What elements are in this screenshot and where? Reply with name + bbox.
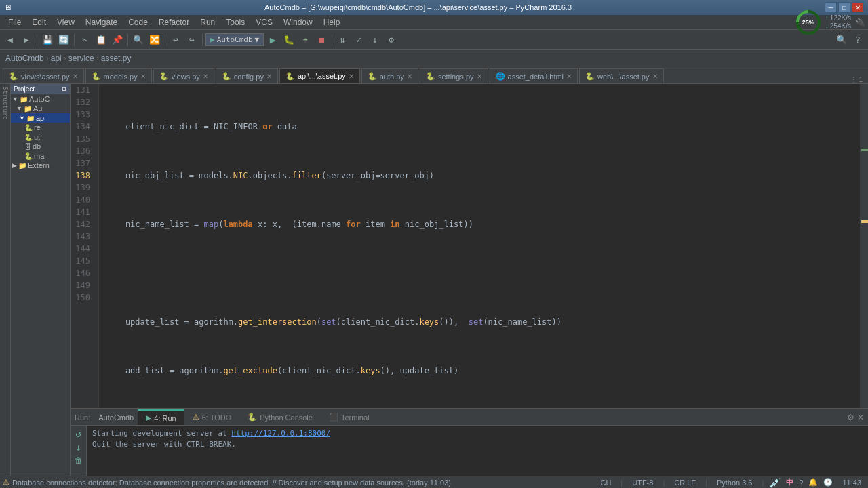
- python-file-icon: 🐍: [24, 124, 33, 131]
- toolbar-sep-3: [127, 34, 128, 46]
- menu-window[interactable]: Window: [278, 16, 318, 28]
- tab-close-auth[interactable]: ✕: [407, 73, 412, 80]
- tab-settings[interactable]: 🐍 settings.py ✕: [420, 68, 488, 83]
- console-line-2: Quit the server with CTRL-BREAK.: [92, 439, 863, 450]
- tree-item-extern[interactable]: ▶ 📁 Extern: [11, 161, 70, 170]
- tree-arrow: ▶: [12, 162, 17, 169]
- tree-label: re: [34, 123, 41, 131]
- dev-server-link[interactable]: http://127.0.0.1:8000/: [231, 429, 330, 438]
- tree-item-autocmdb[interactable]: ▼ 📁 AutoC: [11, 94, 70, 104]
- menu-view[interactable]: View: [52, 16, 80, 28]
- tab-api-asset[interactable]: 🐍 api\...\asset.py ✕: [279, 68, 360, 83]
- tree-item-au[interactable]: ▼ 📁 Au: [11, 104, 70, 113]
- tree-item-ma[interactable]: 🐍 ma: [11, 151, 70, 161]
- commit-button[interactable]: ✓: [351, 33, 366, 47]
- notification-icon[interactable]: 🔔: [808, 478, 818, 487]
- breadcrumb: AutoCmdb › api › service › asset.py: [0, 50, 868, 66]
- toolbar-paste[interactable]: 📌: [110, 33, 125, 47]
- run-tab-todo[interactable]: ⚠ 6: TODO: [184, 409, 240, 425]
- terminal-icon: ⬛: [329, 413, 338, 422]
- menu-run[interactable]: Run: [195, 16, 220, 28]
- menu-vcs[interactable]: VCS: [250, 16, 278, 28]
- toolbar-save[interactable]: 💾: [40, 33, 55, 47]
- toolbar-back[interactable]: ◀: [3, 33, 18, 47]
- tab-close-views[interactable]: ✕: [203, 73, 208, 80]
- menu-code[interactable]: Code: [123, 16, 153, 28]
- toolbar-cut[interactable]: ✂: [77, 33, 92, 47]
- run-button[interactable]: ▶: [265, 33, 280, 47]
- stop-button[interactable]: ■: [314, 33, 329, 47]
- restart-button[interactable]: ↺: [75, 428, 81, 439]
- tab-models[interactable]: 🐍 models.py ✕: [85, 68, 152, 83]
- tab-config[interactable]: 🐍 config.py ✕: [216, 68, 278, 83]
- scrollbar-track[interactable]: [860, 84, 868, 408]
- coverage-button[interactable]: ☂: [298, 33, 313, 47]
- breadcrumb-service[interactable]: service: [68, 54, 94, 63]
- status-encoding[interactable]: UTF-8: [628, 479, 657, 487]
- code-line-134: [106, 267, 860, 279]
- status-line-ending[interactable]: CR LF: [670, 479, 700, 487]
- run-output: Starting development server at http://12…: [87, 426, 868, 476]
- help-button[interactable]: ?: [850, 33, 865, 47]
- update-button[interactable]: ↓: [368, 33, 382, 47]
- structure-panel-toggle[interactable]: Structure: [2, 87, 9, 120]
- tab-views-asset[interactable]: 🐍 views\asset.py ✕: [3, 68, 84, 83]
- tree-item-api[interactable]: ▼ 📁 ap: [11, 113, 70, 123]
- menu-help[interactable]: Help: [318, 16, 346, 28]
- toolbar-undo[interactable]: ↩: [168, 33, 183, 47]
- breadcrumb-api[interactable]: api: [51, 54, 62, 63]
- run-tab-python-console[interactable]: 🐍 Python Console: [239, 409, 321, 425]
- status-sep-3: |: [705, 479, 707, 487]
- toolbar-replace[interactable]: 🔀: [147, 33, 162, 47]
- tree-item-re[interactable]: 🐍 re: [11, 123, 70, 132]
- help-icon[interactable]: ?: [799, 479, 803, 487]
- menu-edit[interactable]: Edit: [26, 16, 52, 28]
- breadcrumb-file[interactable]: asset.py: [101, 54, 132, 63]
- tree-arrow: ▼: [19, 115, 25, 121]
- scroll-end-button[interactable]: ↓: [75, 442, 81, 453]
- tab-close-web-asset[interactable]: ✕: [652, 73, 658, 80]
- tab-close-config[interactable]: ✕: [267, 73, 272, 80]
- menu-file[interactable]: File: [3, 16, 26, 28]
- tab-close-models[interactable]: ✕: [140, 73, 146, 80]
- tab-auth[interactable]: 🐍 auth.py ✕: [361, 68, 418, 83]
- code-content[interactable]: client_nic_dict = NIC_INFOR or data nic_…: [99, 84, 860, 408]
- menu-navigate[interactable]: Navigate: [80, 16, 123, 28]
- tab-views[interactable]: 🐍 views.py ✕: [153, 68, 214, 83]
- toolbar-copy[interactable]: 📋: [94, 33, 108, 47]
- clear-button[interactable]: 🗑: [75, 455, 83, 465]
- autocmdb-config-label[interactable]: AutoCmdb: [94, 413, 138, 422]
- debug-button[interactable]: 🐛: [281, 33, 296, 47]
- tab-close-asset-detail[interactable]: ✕: [566, 73, 572, 80]
- tree-item-util[interactable]: 🐍 uti: [11, 132, 70, 142]
- toolbar-sep-6: [332, 34, 332, 46]
- global-search-button[interactable]: 🔍: [834, 33, 849, 47]
- run-config-selector[interactable]: ▶ AutoCmdb ▼: [205, 33, 264, 46]
- status-python[interactable]: Python 3.6: [713, 479, 757, 487]
- toolbar-redo[interactable]: ↪: [184, 33, 199, 47]
- toolbar-sync[interactable]: 🔄: [56, 33, 71, 47]
- left-sidebar: Structure: [0, 84, 11, 476]
- project-panel-header: Project ⚙: [11, 84, 70, 94]
- tab-close-api-asset[interactable]: ✕: [349, 73, 354, 80]
- tab-asset-detail[interactable]: 🌐 asset_detail.html ✕: [490, 68, 578, 83]
- toolbar-search[interactable]: 🔍: [131, 33, 146, 47]
- tab-web-asset[interactable]: 🐍 web\...\asset.py ✕: [579, 68, 663, 83]
- tree-item-db[interactable]: 🗄 db: [11, 142, 70, 151]
- settings-button[interactable]: ⚙: [384, 33, 399, 47]
- run-tab-run[interactable]: ▶ 4: Run: [138, 409, 184, 425]
- status-sep-2: |: [663, 479, 665, 487]
- tab-close-settings[interactable]: ✕: [477, 73, 482, 80]
- run-settings-button[interactable]: ⚙: [847, 413, 854, 422]
- run-close-button[interactable]: ✕: [857, 413, 864, 422]
- toolbar-forward[interactable]: ▶: [19, 33, 34, 47]
- run-tab-terminal[interactable]: ⬛ Terminal: [321, 409, 378, 425]
- run-panel: Run: AutoCmdb ▶ 4: Run ⚠ 6: TODO 🐍 Pytho…: [71, 408, 868, 476]
- menu-refactor[interactable]: Refactor: [153, 16, 195, 28]
- project-settings-icon[interactable]: ⚙: [61, 85, 67, 93]
- vcs-button[interactable]: ⇅: [335, 33, 350, 47]
- menu-tools[interactable]: Tools: [220, 16, 250, 28]
- code-editor[interactable]: 131 132 133 134 135 136 137 138 139 140 …: [71, 84, 868, 408]
- breadcrumb-autocmdb[interactable]: AutoCmdb: [5, 54, 44, 63]
- tab-close-views-asset[interactable]: ✕: [73, 73, 78, 80]
